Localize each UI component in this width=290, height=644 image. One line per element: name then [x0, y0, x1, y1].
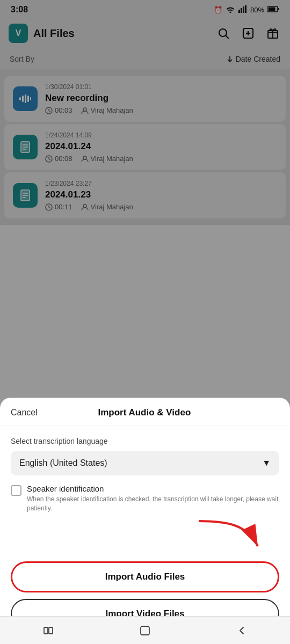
speaker-desc: When the speaker identification is check… [27, 495, 279, 513]
recent-apps-icon [42, 625, 54, 636]
speaker-identification-checkbox[interactable] [11, 485, 21, 496]
home-button[interactable] [132, 620, 158, 641]
back-icon [236, 625, 248, 636]
chevron-down-icon: ▼ [262, 458, 271, 468]
section-label: Select transcription language [11, 437, 279, 445]
svg-rect-35 [44, 627, 48, 634]
language-selector[interactable]: English (United States) ▼ [11, 451, 279, 475]
recent-apps-button[interactable] [35, 620, 62, 641]
home-icon [139, 625, 151, 636]
nav-bar [0, 616, 290, 644]
cancel-button[interactable]: Cancel [11, 408, 38, 418]
bottom-sheet: Cancel Import Audio & Video Select trans… [0, 398, 290, 644]
speaker-label: Speaker identification [27, 484, 279, 493]
svg-rect-36 [49, 627, 53, 634]
svg-rect-37 [141, 626, 149, 635]
sheet-title: Import Audio & Video [98, 407, 191, 418]
sheet-header: Cancel Import Audio & Video [0, 398, 290, 426]
red-arrow-icon [193, 518, 269, 551]
import-audio-button[interactable]: Import Audio Files [11, 561, 279, 592]
language-value: English (United States) [19, 458, 107, 468]
speaker-text: Speaker identification When the speaker … [27, 484, 279, 513]
speaker-identification-row: Speaker identification When the speaker … [11, 484, 279, 513]
back-button[interactable] [228, 620, 255, 641]
sheet-body: Select transcription language English (U… [0, 426, 290, 561]
arrow-annotation [11, 524, 279, 556]
